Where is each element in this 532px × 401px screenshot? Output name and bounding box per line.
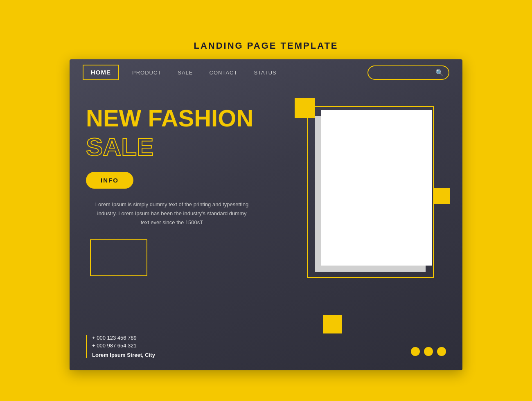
hero-headline: NEW FASHION — [86, 106, 282, 131]
search-bar[interactable]: 🔍 — [367, 65, 449, 80]
left-section: NEW FASHION SALE INFO Lorem Ipsum is sim… — [86, 94, 282, 370]
nav-link-status[interactable]: STATUS — [254, 70, 276, 76]
main-content: NEW FASHION SALE INFO Lorem Ipsum is sim… — [70, 86, 462, 370]
nav-link-product[interactable]: PRODUCT — [132, 70, 161, 76]
nav-home[interactable]: HOME — [83, 65, 119, 80]
accent-square-bottom — [323, 315, 342, 333]
contact-phone2: + 000 987 654 321 — [92, 342, 155, 349]
contact-yellow-bar — [86, 335, 87, 358]
nav-links: PRODUCT SALE CONTACT STATUS — [132, 70, 367, 76]
nav-home-label: HOME — [91, 69, 111, 76]
social-dot-2[interactable] — [424, 347, 433, 356]
hero-sale: SALE — [86, 134, 282, 160]
contact-info: + 000 123 456 789 + 000 987 654 321 Lore… — [92, 335, 155, 358]
contact-address: Lorem Ipsum Street, City — [92, 352, 155, 358]
page-outer-title: LANDING PAGE TEMPLATE — [194, 41, 338, 51]
search-icon: 🔍 — [435, 69, 444, 77]
page-outer-title-area: LANDING PAGE TEMPLATE — [0, 31, 532, 59]
info-button[interactable]: INFO — [86, 172, 133, 189]
search-input[interactable] — [374, 70, 435, 76]
accent-square-top — [295, 98, 315, 118]
accent-square-right — [434, 188, 450, 204]
contact-phone1: + 000 123 456 789 — [92, 335, 155, 341]
hero-description: Lorem Ipsum is simply dummy text of the … — [94, 200, 250, 227]
social-dots-row — [411, 347, 446, 356]
social-dot-1[interactable] — [411, 347, 420, 356]
navbar: HOME PRODUCT SALE CONTACT STATUS 🔍 — [70, 59, 462, 86]
bottom-decorative-box — [90, 239, 147, 276]
contact-block: + 000 123 456 789 + 000 987 654 321 Lore… — [86, 335, 155, 358]
right-section — [282, 94, 446, 370]
image-placeholder-front — [321, 110, 432, 266]
nav-link-sale[interactable]: SALE — [178, 70, 193, 76]
social-dot-3[interactable] — [437, 347, 446, 356]
bottom-section: + 000 123 456 789 + 000 987 654 321 Lore… — [70, 335, 462, 358]
nav-link-contact[interactable]: CONTACT — [210, 70, 238, 76]
landing-card: HOME PRODUCT SALE CONTACT STATUS 🔍 NEW F… — [70, 59, 462, 370]
